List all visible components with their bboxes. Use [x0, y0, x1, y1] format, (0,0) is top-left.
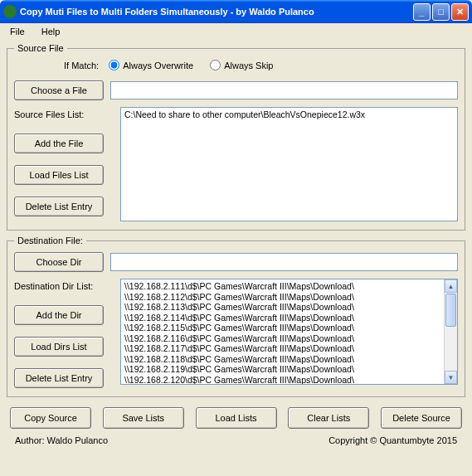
choose-file-button[interactable]: Choose a File: [14, 80, 104, 100]
minimize-button[interactable]: _: [413, 3, 431, 21]
list-item[interactable]: \\192.168.2.112\d$\PC Games\Warcraft III…: [124, 292, 454, 303]
scroll-thumb[interactable]: [445, 294, 456, 327]
if-match-label: If Match:: [64, 61, 99, 70]
delete-src-entry-button[interactable]: Delete List Entry: [14, 197, 104, 216]
save-lists-button[interactable]: Save Lists: [103, 407, 184, 429]
window-title: Copy Muti Files to Multi Folders Simulta…: [20, 7, 413, 17]
load-dirs-list-button[interactable]: Load Dirs List: [14, 337, 104, 357]
author-label: Author: Waldo Pulanco: [15, 435, 108, 445]
list-item[interactable]: \\192.168.2.113\d$\PC Games\Warcraft III…: [124, 302, 454, 313]
list-item[interactable]: \\192.168.2.115\d$\PC Games\Warcraft III…: [124, 323, 454, 333]
add-dir-button[interactable]: Add the Dir: [14, 305, 104, 325]
destination-dirs-listbox[interactable]: \\192.168.2.111\d$\PC Games\Warcraft III…: [120, 279, 458, 385]
source-files-listbox[interactable]: C:\Need to share to other computer\Bleac…: [120, 107, 458, 221]
destination-legend: Destination File:: [14, 236, 86, 245]
menu-file[interactable]: File: [7, 25, 28, 38]
load-lists-button[interactable]: Load Lists: [196, 407, 277, 429]
scroll-down-button[interactable]: ▼: [445, 371, 457, 384]
source-legend: Source File: [14, 43, 67, 53]
clear-lists-button[interactable]: Clear Lists: [288, 407, 369, 429]
list-item[interactable]: \\192.168.2.114\d$\PC Games\Warcraft III…: [124, 313, 454, 323]
radio-overwrite-label: Always Overwrite: [123, 61, 193, 70]
scroll-up-button[interactable]: ▲: [445, 279, 457, 293]
menubar: File Help: [0, 23, 472, 40]
destination-group: Destination File: Choose Dir Destination…: [7, 236, 465, 397]
radio-overwrite-input[interactable]: [109, 60, 119, 70]
load-files-list-button[interactable]: Load Files List: [14, 165, 104, 185]
titlebar: Copy Muti Files to Multi Folders Simulta…: [0, 0, 472, 23]
close-button[interactable]: ✕: [451, 3, 469, 21]
copy-source-button[interactable]: Copy Source: [10, 407, 91, 429]
maximize-button[interactable]: □: [432, 3, 450, 21]
source-list-label: Source Files List:: [14, 107, 114, 122]
list-item[interactable]: \\192.168.2.111\d$\PC Games\Warcraft III…: [124, 281, 454, 292]
list-item[interactable]: \\192.168.2.118\d$\PC Games\Warcraft III…: [124, 354, 454, 365]
delete-source-button[interactable]: Delete Source: [381, 407, 462, 429]
dir-path-input[interactable]: [110, 253, 458, 271]
list-item[interactable]: \\192.168.2.120\d$\PC Games\Warcraft III…: [124, 375, 454, 386]
menu-help[interactable]: Help: [38, 25, 64, 38]
radio-skip[interactable]: Always Skip: [210, 60, 273, 70]
list-item[interactable]: \\192.168.2.119\d$\PC Games\Warcraft III…: [124, 364, 454, 375]
list-item[interactable]: \\192.168.2.117\d$\PC Games\Warcraft III…: [124, 343, 454, 354]
add-file-button[interactable]: Add the File: [14, 134, 104, 153]
source-group: Source File If Match: Always Overwrite A…: [7, 43, 465, 231]
dest-list-label: Destination Dir List:: [14, 279, 114, 294]
radio-skip-label: Always Skip: [224, 61, 273, 70]
delete-dst-entry-button[interactable]: Delete List Entry: [14, 368, 104, 388]
list-item[interactable]: \\192.168.2.116\d$\PC Games\Warcraft III…: [124, 333, 454, 344]
list-item[interactable]: C:\Need to share to other computer\Bleac…: [124, 109, 454, 120]
radio-overwrite[interactable]: Always Overwrite: [109, 60, 193, 70]
scrollbar[interactable]: ▲ ▼: [444, 279, 457, 384]
copyright-label: Copyright © Quantumbyte 2015: [328, 435, 457, 445]
app-icon: [3, 5, 17, 18]
choose-dir-button[interactable]: Choose Dir: [14, 252, 104, 272]
radio-skip-input[interactable]: [210, 60, 221, 70]
file-path-input[interactable]: [110, 81, 458, 100]
